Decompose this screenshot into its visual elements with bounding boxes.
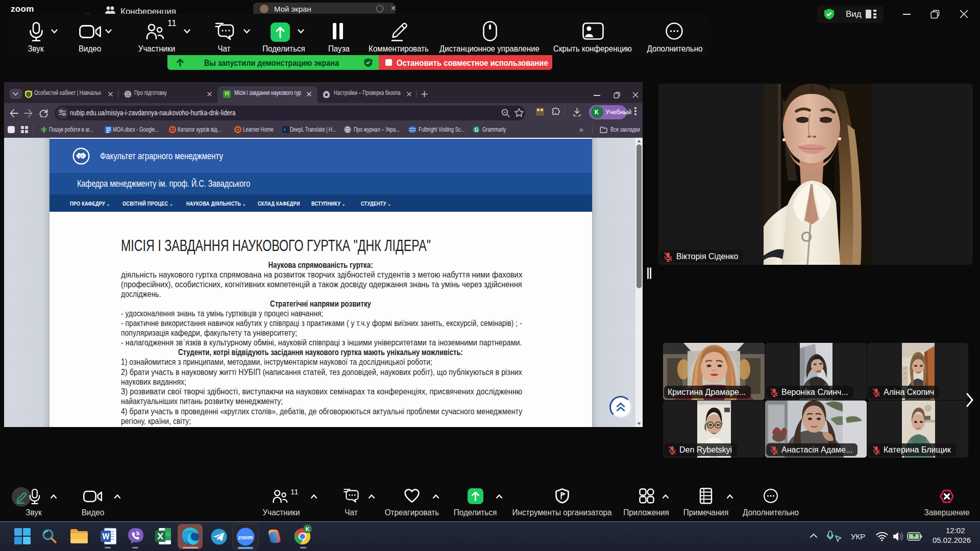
svg-text:K: K: [306, 526, 310, 532]
svg-text:zoom: zoom: [238, 534, 253, 540]
